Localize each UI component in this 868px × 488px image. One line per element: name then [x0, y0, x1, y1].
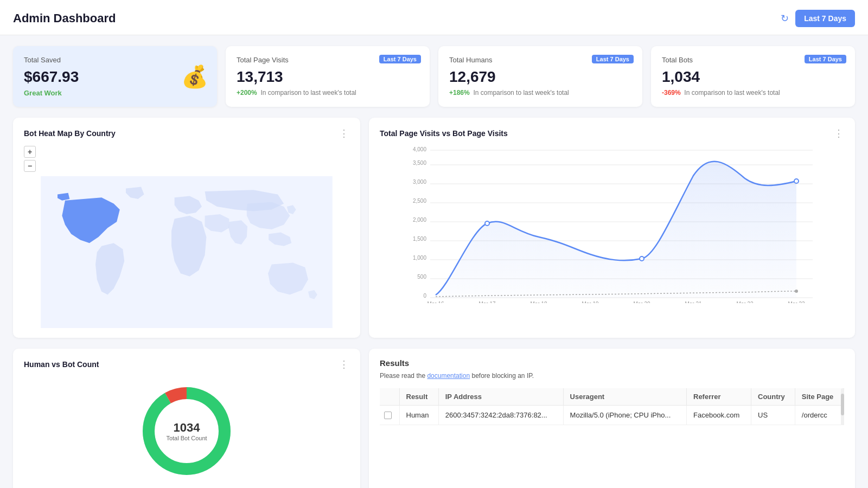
col-country: Country: [751, 388, 795, 406]
svg-text:Mar 16: Mar 16: [427, 301, 444, 303]
bots-change-desc: In comparison to last week's total: [684, 89, 780, 97]
row-referrer: Facebook.com: [687, 406, 751, 425]
donut-center-text: 1034 Total Bot Count: [166, 421, 207, 441]
svg-point-29: [794, 179, 799, 183]
donut-card: Human vs Bot Count ⋮ 1034 Total Bot Coun…: [13, 349, 360, 488]
stat-card-total-page-visits: Last 7 Days Total Page Visits 13,713 +20…: [226, 46, 430, 107]
last7-button[interactable]: Last 7 Days: [795, 10, 855, 27]
row-result: Human: [399, 406, 438, 425]
line-chart: 0 500 1,000 1,500 2,000 2,500 3,000 3,50…: [380, 146, 844, 303]
col-referrer: Referrer: [687, 388, 751, 406]
line-chart-card: Total Page Visits vs Bot Page Visits ⋮ 0…: [369, 118, 855, 338]
svg-point-27: [485, 221, 489, 226]
humans-change-desc: In comparison to last week's total: [473, 89, 569, 97]
bots-badge: Last 7 Days: [805, 55, 846, 63]
svg-text:2,000: 2,000: [413, 217, 426, 223]
header-actions: ↻ Last 7 Days: [781, 10, 855, 27]
svg-text:4,000: 4,000: [413, 146, 426, 152]
humans-change: +186%: [449, 89, 470, 97]
page-title: Admin Dashboard: [13, 11, 116, 25]
scrollbar-track[interactable]: [841, 388, 844, 425]
row-ip: 2600:3457:3242:2da8:7376:82...: [438, 406, 563, 425]
svg-text:Mar 19: Mar 19: [582, 301, 599, 303]
heatmap-menu-icon[interactable]: ⋮: [339, 127, 349, 139]
results-table-scroll[interactable]: Result IP Address Useragent Referrer Cou…: [380, 388, 844, 425]
svg-text:1,000: 1,000: [413, 255, 426, 261]
stat-cards-row: Total Saved $667.93 Great Work 💰 Last 7 …: [13, 46, 855, 107]
header: Admin Dashboard ↻ Last 7 Days: [0, 0, 868, 35]
results-table: Result IP Address Useragent Referrer Cou…: [380, 388, 844, 425]
table-body: Human 2600:3457:3242:2da8:7376:82... Moz…: [380, 406, 844, 425]
heatmap-title: Bot Heat Map By Country: [24, 129, 116, 138]
svg-text:3,000: 3,000: [413, 179, 426, 185]
heatmap-card: Bot Heat Map By Country ⋮ + −: [13, 118, 360, 338]
bots-change: -369%: [662, 89, 681, 97]
svg-text:Mar 22: Mar 22: [736, 301, 754, 303]
svg-text:Mar 17: Mar 17: [478, 301, 496, 303]
svg-point-28: [640, 256, 644, 261]
svg-text:3,500: 3,500: [413, 160, 426, 166]
col-sitepage: Site Page: [795, 388, 844, 406]
results-title: Results: [380, 358, 844, 368]
stat-card-total-bots: Last 7 Days Total Bots 1,034 -369% In co…: [651, 46, 855, 107]
refresh-icon[interactable]: ↻: [781, 12, 789, 24]
svg-text:500: 500: [417, 274, 426, 280]
row-useragent: Mozilla/5.0 (iPhone; CPU iPho...: [563, 406, 686, 425]
svg-text:Mar 21: Mar 21: [685, 301, 702, 303]
col-ip: IP Address: [438, 388, 563, 406]
col-useragent: Useragent: [563, 388, 686, 406]
results-card: Results Please read the documentation be…: [369, 349, 855, 488]
svg-text:Mar 20: Mar 20: [633, 301, 650, 303]
line-chart-title: Total Page Visits vs Bot Page Visits: [380, 129, 508, 138]
total-saved-label: Total Saved: [24, 56, 206, 64]
svg-text:Mar 23: Mar 23: [788, 301, 805, 303]
humans-value: 12,679: [449, 68, 631, 86]
svg-point-30: [795, 290, 798, 293]
svg-text:2,500: 2,500: [413, 198, 426, 204]
scrollbar-thumb[interactable]: [841, 394, 844, 415]
svg-text:1,500: 1,500: [413, 236, 426, 242]
page-visits-value: 13,713: [237, 68, 419, 86]
world-map: [24, 176, 349, 328]
line-chart-menu-icon[interactable]: ⋮: [834, 127, 844, 139]
page-visits-sub: +200% In comparison to last week's total: [237, 89, 419, 97]
page-visits-badge: Last 7 Days: [379, 55, 421, 63]
donut-container: 1034 Total Bot Count: [24, 377, 349, 485]
row-sitepage: /ordercc: [795, 406, 844, 425]
map-zoom-in-button[interactable]: +: [24, 146, 36, 158]
bottom-row: Human vs Bot Count ⋮ 1034 Total Bot Coun…: [13, 349, 855, 488]
svg-text:Mar 18: Mar 18: [530, 301, 547, 303]
total-saved-value: $667.93: [24, 68, 206, 86]
results-desc-before: Please read the: [380, 372, 427, 380]
donut-header: Human vs Bot Count ⋮: [24, 358, 349, 370]
bots-sub: -369% In comparison to last week's total: [662, 89, 844, 97]
humans-badge: Last 7 Days: [592, 55, 634, 63]
page-visits-change-desc: In comparison to last week's total: [260, 89, 356, 97]
row-checkbox-cell[interactable]: [380, 406, 399, 425]
charts-row: Bot Heat Map By Country ⋮ + −: [13, 118, 855, 338]
map-controls: + −: [24, 146, 349, 172]
col-checkbox: [380, 388, 399, 406]
results-desc-after: before blocking an IP.: [470, 372, 534, 380]
map-zoom-out-button[interactable]: −: [24, 160, 36, 172]
stat-card-total-humans: Last 7 Days Total Humans 12,679 +186% In…: [438, 46, 642, 107]
humans-sub: +186% In comparison to last week's total: [449, 89, 631, 97]
bots-value: 1,034: [662, 68, 844, 86]
donut-label: Total Bot Count: [166, 435, 207, 441]
donut-menu-icon[interactable]: ⋮: [339, 358, 349, 370]
col-result: Result: [399, 388, 438, 406]
donut-count: 1034: [166, 421, 207, 435]
money-bag-icon: 💰: [181, 64, 208, 89]
row-checkbox[interactable]: [384, 412, 392, 419]
table-row: Human 2600:3457:3242:2da8:7376:82... Moz…: [380, 406, 844, 425]
row-country: US: [751, 406, 795, 425]
table-header-row: Result IP Address Useragent Referrer Cou…: [380, 388, 844, 406]
documentation-link[interactable]: documentation: [427, 372, 470, 380]
table-header: Result IP Address Useragent Referrer Cou…: [380, 388, 844, 406]
main-content: Total Saved $667.93 Great Work 💰 Last 7 …: [0, 35, 868, 488]
donut-title: Human vs Bot Count: [24, 360, 99, 369]
line-chart-header: Total Page Visits vs Bot Page Visits ⋮: [380, 127, 844, 139]
svg-text:0: 0: [423, 293, 426, 299]
results-description: Please read the documentation before blo…: [380, 371, 844, 381]
stat-card-total-saved: Total Saved $667.93 Great Work 💰: [13, 46, 217, 107]
